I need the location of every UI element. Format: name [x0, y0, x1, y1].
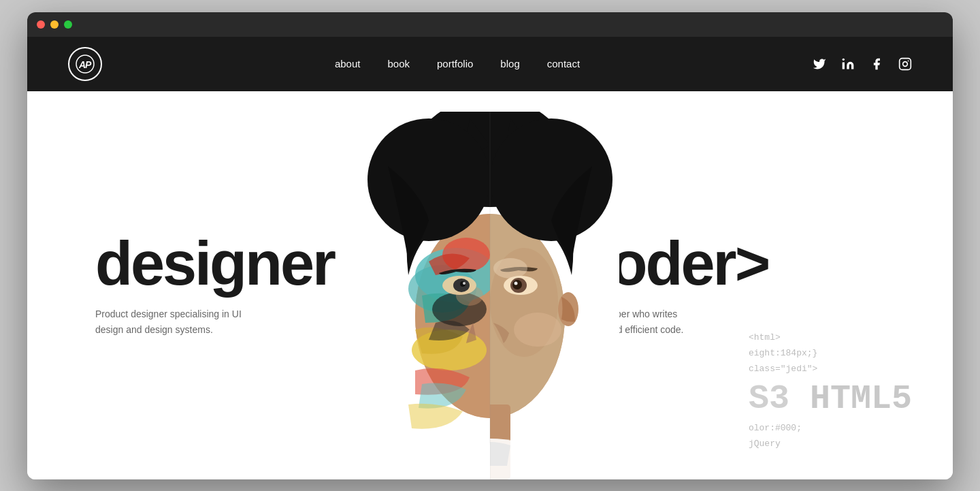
- nav-item-blog[interactable]: blog: [500, 58, 519, 70]
- code-line-2: eight:184px;}: [749, 345, 912, 361]
- svg-point-3: [843, 58, 845, 60]
- svg-point-28: [463, 282, 466, 285]
- twitter-icon[interactable]: [813, 57, 826, 71]
- instagram-icon[interactable]: [898, 57, 912, 71]
- navbar: A P about book portfolio blog contact: [27, 37, 953, 91]
- logo[interactable]: A P: [68, 47, 102, 81]
- hero-portrait: [354, 91, 626, 479]
- code-line-4: olor:#000;: [749, 420, 912, 436]
- nav-links: about book portfolio blog contact: [335, 58, 580, 70]
- svg-point-34: [512, 280, 522, 289]
- code-watermark: <html> eight:184px;} class="jedi"> S3 HT…: [749, 330, 912, 452]
- designer-subtitle: Product designer specialising in UI desi…: [95, 306, 245, 337]
- social-icons: [813, 57, 912, 71]
- face-illustration: [361, 112, 619, 479]
- code-line-1: <html>: [749, 330, 912, 345]
- svg-rect-4: [900, 58, 911, 69]
- browser-window: A P about book portfolio blog contact: [27, 12, 953, 479]
- nav-item-book[interactable]: book: [387, 58, 410, 70]
- nav-item-contact[interactable]: contact: [547, 58, 580, 70]
- svg-point-39: [493, 258, 527, 279]
- svg-point-29: [368, 118, 490, 241]
- svg-point-36: [514, 313, 561, 347]
- svg-text:P: P: [85, 59, 92, 70]
- linkedin-icon[interactable]: [841, 57, 855, 71]
- maximize-button[interactable]: [64, 20, 72, 29]
- svg-point-40: [490, 118, 612, 241]
- svg-point-5: [903, 61, 908, 66]
- nav-item-portfolio[interactable]: portfolio: [437, 58, 473, 70]
- browser-chrome: [27, 12, 953, 37]
- hero-section: designer Product designer specialising i…: [27, 91, 953, 479]
- svg-point-35: [514, 281, 518, 285]
- minimize-button[interactable]: [50, 20, 59, 29]
- code-line-3: class="jedi">: [749, 361, 912, 377]
- code-line-5: jQuery: [749, 436, 912, 452]
- facebook-icon[interactable]: [870, 57, 883, 71]
- code-big-1: S3: [749, 379, 810, 418]
- close-button[interactable]: [37, 20, 45, 29]
- website-content: A P about book portfolio blog contact: [27, 37, 953, 479]
- svg-point-6: [908, 60, 909, 61]
- nav-item-about[interactable]: about: [335, 58, 361, 70]
- code-big-2: HTML5: [810, 379, 912, 418]
